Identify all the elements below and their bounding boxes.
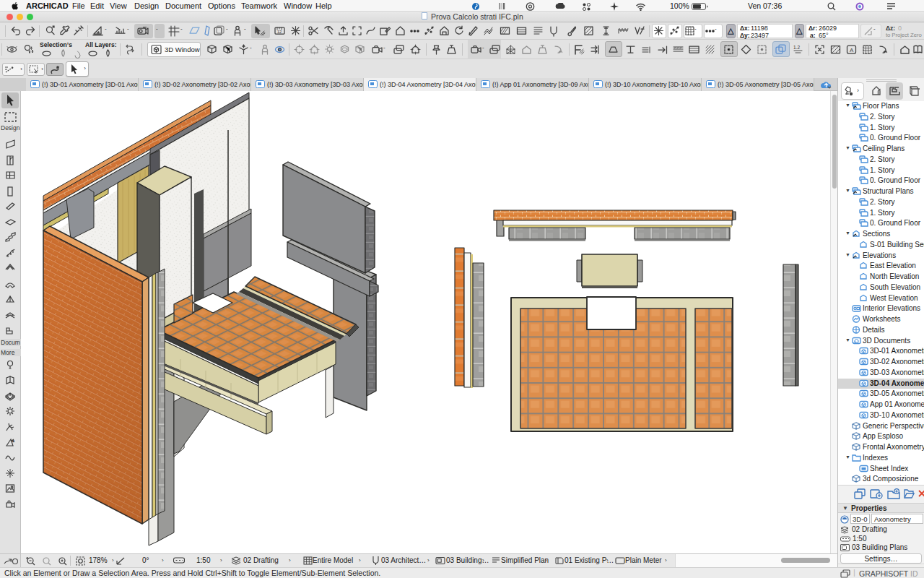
- svg-text:12: 12: [277, 30, 282, 34]
- svg-text:1.2: 1.2: [793, 45, 800, 50]
- svg-text:a: a: [12, 439, 14, 443]
- svg-text:A: A: [850, 47, 854, 53]
